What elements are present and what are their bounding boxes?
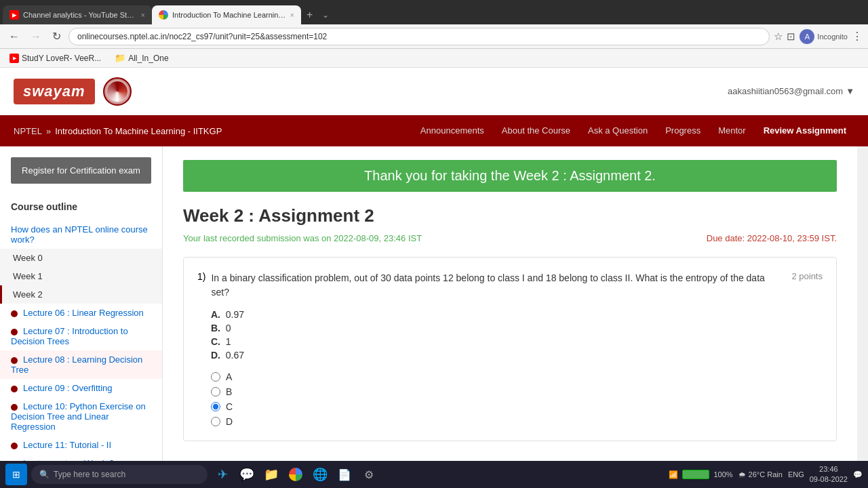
course-outline-title: Course outline [0, 195, 162, 218]
q1-radio-input-c[interactable] [211, 402, 220, 411]
sidebar-item-week1[interactable]: Week 1 [0, 267, 162, 285]
sys-icons: 📶 100% [669, 470, 732, 479]
tab-nptel-title: Introduction To Machine Learning... [172, 11, 286, 19]
q1-option-b: B. 0 [211, 321, 823, 335]
incognito-label: Incognito [817, 33, 848, 41]
url-input[interactable] [68, 28, 770, 45]
question-1-text: In a binary classification problem, out … [211, 271, 791, 300]
tab-overflow[interactable]: ⌄ [318, 5, 333, 24]
submission-info-row: Your last recorded submission was on 202… [183, 233, 837, 243]
taskbar-app-edge[interactable]: 🌐 [309, 464, 331, 485]
sidebar-item-lecture07[interactable]: Lecture 07 : Introduction to Decision Tr… [0, 322, 162, 350]
taskbar-app-telegram[interactable]: ✈ [212, 464, 233, 485]
folder-icon: 📁 [115, 53, 125, 63]
nav-ask[interactable]: Ask a Question [580, 115, 656, 146]
bookmark-button[interactable]: ☆ [774, 30, 783, 43]
scrollbar[interactable] [857, 146, 868, 488]
nav-announcements[interactable]: Announcements [412, 115, 492, 146]
tab-nptel[interactable]: Introduction To Machine Learning... × [152, 5, 301, 24]
taskbar-app-misc[interactable]: ⚙ [358, 464, 380, 485]
taskbar-apps: ✈ 💬 📁 🌐 📄 ⚙ [212, 464, 380, 485]
yt-favicon: ▶ [9, 10, 19, 20]
reload-button[interactable]: ↻ [49, 28, 64, 44]
question-1-block: 1) In a binary classification problem, o… [183, 257, 837, 441]
battery-indicator [682, 470, 709, 479]
bookmark-youtube[interactable]: ▶ StudY LoveR- VeeR... [5, 52, 105, 64]
sidebar-item-week0[interactable]: Week 0 [0, 249, 162, 267]
bullet-icon [11, 310, 18, 317]
user-dropdown-icon[interactable]: ▼ [846, 86, 854, 96]
weather-info: 🌧 26°C Rain [738, 470, 783, 479]
profile-area: A Incognito [800, 29, 848, 44]
nav-progress[interactable]: Progress [657, 115, 709, 146]
nav-mentor[interactable]: Mentor [710, 115, 753, 146]
profile-avatar[interactable]: A [800, 29, 814, 44]
breadcrumb-root[interactable]: NPTEL [14, 126, 42, 136]
bullet-icon [11, 386, 18, 392]
main-layout: Register for Certification exam Course o… [0, 146, 868, 488]
tab-nptel-close[interactable]: × [290, 11, 294, 19]
taskbar-search[interactable]: 🔍 Type here to search [31, 465, 208, 484]
network-icon: 📶 [669, 470, 678, 479]
sidebar: Register for Certification exam Course o… [0, 146, 163, 488]
q1-radio-d[interactable]: D [211, 416, 823, 427]
q1-radio-input-b[interactable] [211, 387, 220, 396]
question-1-header: 1) In a binary classification problem, o… [197, 271, 823, 300]
sidebar-item-week2[interactable]: Week 2 [0, 285, 162, 304]
clock-time: 23:46 [810, 464, 848, 474]
bookmark-all-in-one[interactable]: 📁 All_In_One [111, 52, 172, 64]
question-1-radio-options: A B C D [197, 371, 823, 427]
sidebar-item-lecture11[interactable]: Lecture 11: Tutorial - II [0, 436, 162, 454]
user-area: aakashiitian0563@gmail.com ▼ [728, 86, 854, 96]
tab-youtube-close[interactable]: × [141, 11, 145, 19]
submission-date: Your last recorded submission was on 202… [183, 233, 422, 243]
question-1-options: A. 0.97 B. 0 C. 1 D. 0.67 [197, 308, 823, 362]
tab-youtube-title: Channel analytics - YouTube Stu... [23, 11, 137, 19]
q1-radio-b[interactable]: B [211, 386, 823, 397]
language-indicator: ENG [788, 470, 804, 479]
q1-radio-c[interactable]: C [211, 401, 823, 412]
site-header: swayam aakashiitian0563@gmail.com ▼ [0, 68, 868, 115]
notification-icon[interactable]: 💬 [853, 470, 863, 479]
nav-bar: NPTEL » Introduction To Machine Learning… [0, 115, 868, 146]
taskbar-app-chrome[interactable] [285, 464, 307, 485]
taskbar-app-whatsapp[interactable]: 💬 [236, 464, 258, 485]
q1-radio-input-d[interactable] [211, 417, 220, 426]
sidebar-item-lecture10[interactable]: Lecture 10: Python Exercise on Decision … [0, 397, 162, 436]
taskbar-app-pdf[interactable]: 📄 [334, 464, 355, 485]
yt-bookmark-icon: ▶ [9, 54, 19, 63]
sidebar-item-lecture08[interactable]: Lecture 08 : Learning Decision Tree [0, 350, 162, 379]
forward-button[interactable]: → [27, 29, 45, 44]
sidebar-section: How does an NPTEL online course work? We… [0, 218, 162, 475]
taskbar: ⊞ 🔍 Type here to search ✈ 💬 📁 🌐 📄 ⚙ 📶 10… [0, 461, 868, 488]
cast-button[interactable]: ⊡ [787, 30, 795, 43]
user-email: aakashiitian0563@gmail.com [728, 86, 843, 96]
register-certification-button[interactable]: Register for Certification exam [11, 157, 151, 184]
logo-area: swayam [14, 77, 132, 106]
bullet-icon [11, 404, 18, 411]
sidebar-item-lecture06[interactable]: Lecture 06 : Linear Regression [0, 304, 162, 322]
tab-youtube[interactable]: ▶ Channel analytics - YouTube Stu... × [3, 5, 152, 24]
back-button[interactable]: ← [5, 29, 23, 44]
q1-radio-input-a[interactable] [211, 372, 220, 382]
breadcrumb-current: Introduction To Machine Learning - IITKG… [55, 126, 222, 136]
taskbar-app-explorer[interactable]: 📁 [260, 464, 282, 485]
bullet-icon [11, 357, 18, 364]
new-tab-button[interactable]: + [301, 5, 318, 24]
nav-review-assignment[interactable]: Review Assignment [755, 115, 854, 146]
thank-you-banner: Thank you for taking the Week 2 : Assign… [183, 160, 837, 192]
q1-radio-a[interactable]: A [211, 371, 823, 382]
sidebar-item-lecture09[interactable]: Lecture 09 : Overfitting [0, 379, 162, 397]
nav-about[interactable]: About the Course [494, 115, 578, 146]
breadcrumb-separator: » [46, 126, 51, 136]
bookmarks-bar: ▶ StudY LoveR- VeeR... 📁 All_In_One [0, 49, 868, 68]
chrome-favicon [159, 10, 168, 20]
question-1-points: 2 points [791, 271, 823, 281]
bookmark-youtube-label: StudY LoveR- VeeR... [22, 54, 101, 63]
battery-label: 100% [713, 470, 732, 479]
nptel-logo [103, 77, 132, 106]
bullet-icon [11, 443, 18, 449]
more-options-button[interactable]: ⋮ [852, 30, 863, 43]
sidebar-item-howto[interactable]: How does an NPTEL online course work? [0, 220, 162, 249]
start-button[interactable]: ⊞ [5, 464, 27, 485]
